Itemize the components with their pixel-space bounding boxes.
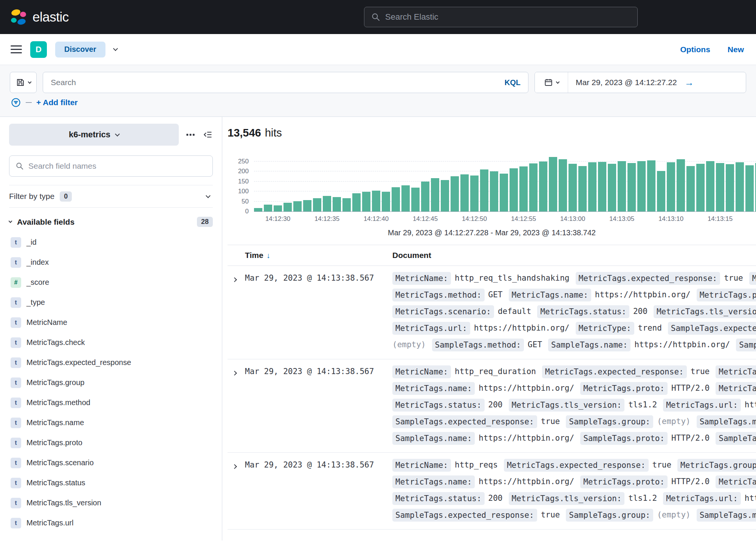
kql-query-input-wrap[interactable]: KQL (43, 72, 528, 93)
new-button[interactable]: New (728, 45, 744, 54)
field-item[interactable]: tMetricTags.method (9, 393, 213, 413)
time-column-header[interactable]: Time (245, 251, 263, 259)
y-axis-label: 100 (238, 188, 249, 195)
histogram-bar[interactable] (677, 159, 685, 211)
histogram-bar[interactable] (372, 191, 380, 211)
field-item[interactable]: tMetricTags.scenario (9, 453, 213, 473)
histogram-bar[interactable] (264, 205, 272, 211)
field-value: https://httpbin.org/ (745, 494, 756, 503)
histogram-bar[interactable] (588, 162, 596, 211)
field-value: HTTP/2.0 (671, 384, 710, 393)
expand-row-button[interactable] (228, 366, 241, 380)
histogram-bar[interactable] (460, 174, 469, 211)
field-search-input[interactable] (28, 162, 206, 171)
options-button[interactable]: Options (680, 45, 710, 54)
chevron-down-icon (556, 80, 559, 84)
histogram-bar[interactable] (519, 166, 528, 211)
field-settings-icon[interactable] (186, 130, 195, 140)
chevron-down-icon[interactable] (113, 46, 118, 51)
histogram-bar[interactable] (608, 164, 616, 211)
data-view-picker[interactable]: k6-metrics (9, 124, 179, 146)
histogram-bar[interactable] (254, 208, 262, 212)
field-item[interactable]: tMetricTags.group (9, 373, 213, 393)
global-search[interactable] (364, 7, 638, 27)
add-filter-button[interactable]: + Add filter (36, 98, 77, 107)
histogram-bar[interactable] (657, 171, 665, 211)
x-axis-label: 14:13:00 (560, 215, 585, 223)
histogram-bar[interactable] (647, 160, 655, 211)
histogram-bar[interactable] (726, 164, 734, 211)
histogram-bar[interactable] (627, 163, 636, 211)
field-item[interactable]: tMetricTags.proto (9, 433, 213, 453)
expand-row-button[interactable] (228, 273, 241, 286)
sort-descending-icon[interactable]: ↓ (266, 251, 270, 259)
histogram-bar[interactable] (667, 162, 675, 211)
saved-query-menu-button[interactable] (10, 72, 37, 93)
field-item[interactable]: tMetricName (9, 312, 213, 332)
histogram-bar[interactable] (539, 162, 547, 211)
histogram-bar[interactable] (470, 176, 479, 211)
histogram-bar[interactable] (313, 198, 321, 211)
start-date-value[interactable]: Mar 29, 2023 @ 14:12:27.22 (568, 78, 685, 87)
field-item[interactable]: #_score (9, 272, 213, 292)
histogram-bar[interactable] (303, 200, 311, 211)
histogram-bar[interactable] (706, 161, 714, 211)
field-item[interactable]: t_type (9, 292, 213, 312)
histogram-bar[interactable] (637, 161, 646, 211)
histogram-bar[interactable] (696, 164, 705, 211)
histogram-bar[interactable] (559, 159, 567, 211)
histogram-bar[interactable] (352, 193, 361, 211)
histogram-bar[interactable] (500, 174, 508, 211)
histogram-bar[interactable] (618, 161, 626, 211)
histogram-bar[interactable] (392, 187, 400, 211)
filter-icon[interactable] (11, 97, 21, 108)
filter-by-type-toggle[interactable]: Filter by type 0 (9, 185, 213, 208)
kql-language-toggle[interactable]: KQL (505, 78, 521, 87)
field-item[interactable]: tMetricTags.check (9, 332, 213, 353)
histogram-bar[interactable] (510, 168, 518, 211)
field-search[interactable] (9, 155, 213, 177)
x-axis: 14:12:3014:12:3514:12:4014:12:4514:12:50… (254, 212, 756, 225)
menu-icon[interactable] (11, 45, 22, 53)
histogram-bar[interactable] (736, 162, 744, 211)
histogram-bar[interactable] (421, 182, 429, 211)
histogram-bar[interactable] (431, 178, 439, 211)
field-item[interactable]: tMetricTags.tls_version (9, 493, 213, 513)
collapse-sidebar-icon[interactable] (203, 130, 213, 140)
histogram-bar[interactable] (480, 169, 488, 211)
histogram-bar[interactable] (362, 192, 370, 211)
field-item[interactable]: t_id (9, 232, 213, 252)
histogram-bar[interactable] (382, 192, 390, 211)
histogram-bar[interactable] (490, 171, 498, 211)
histogram-bar[interactable] (342, 198, 351, 211)
histogram-bar[interactable] (686, 166, 695, 211)
histogram-bar[interactable] (716, 163, 724, 211)
available-fields-header[interactable]: Available fields 28 (9, 217, 213, 227)
date-quick-menu-button[interactable] (535, 72, 568, 93)
histogram-bar[interactable] (569, 164, 577, 211)
histogram-bar[interactable] (284, 203, 292, 211)
histogram-bar[interactable] (293, 201, 302, 211)
field-item[interactable]: tMetricTags.url (9, 513, 213, 533)
space-avatar[interactable]: D (30, 41, 47, 58)
query-input[interactable] (51, 78, 504, 87)
histogram-bar[interactable] (598, 162, 606, 211)
field-item[interactable]: tMetricTags.expected_response (9, 353, 213, 373)
histogram-bar[interactable] (441, 180, 449, 211)
field-item[interactable]: tMetricTags.status (9, 473, 213, 493)
histogram-bar[interactable] (578, 166, 587, 211)
histogram-bar[interactable] (333, 197, 341, 211)
histogram-bar[interactable] (745, 165, 754, 211)
expand-row-button[interactable] (228, 460, 241, 473)
histogram-bar[interactable] (529, 163, 538, 211)
histogram-bar[interactable] (451, 176, 459, 211)
histogram-bar[interactable] (411, 188, 420, 211)
histogram-bar[interactable] (323, 196, 331, 211)
histogram-bar[interactable] (274, 205, 282, 211)
field-item[interactable]: t_index (9, 252, 213, 272)
global-search-input[interactable] (385, 12, 631, 22)
histogram-bar[interactable] (549, 157, 557, 211)
field-item[interactable]: tMetricTags.name (9, 413, 213, 433)
breadcrumb-discover[interactable]: Discover (55, 42, 105, 57)
histogram-bar[interactable] (401, 185, 410, 211)
